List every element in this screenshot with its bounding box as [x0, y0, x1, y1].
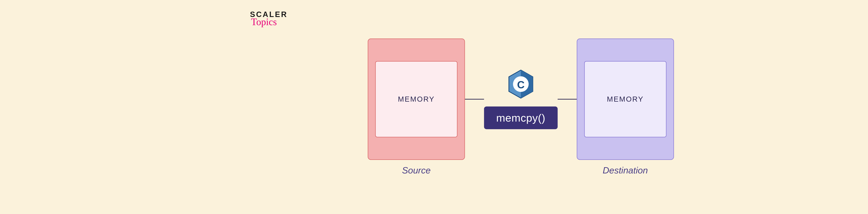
destination-memory-label: MEMORY	[607, 95, 644, 103]
logo-line2: Topics	[251, 16, 277, 27]
function-label: memcpy()	[496, 112, 546, 124]
c-language-icon: C	[508, 69, 534, 100]
destination-block-wrap: MEMORY Destination	[577, 38, 674, 176]
connector-left	[465, 99, 484, 100]
destination-memory-box: MEMORY	[584, 61, 666, 137]
scaler-topics-logo: SCALER Topics	[250, 10, 288, 27]
destination-block: MEMORY	[577, 38, 674, 160]
c-letter: C	[517, 79, 524, 91]
source-block: MEMORY	[368, 38, 465, 160]
memcpy-diagram: MEMORY Source C memcpy()	[368, 38, 674, 176]
connector-right	[558, 99, 577, 100]
source-memory-label: MEMORY	[398, 95, 435, 103]
source-block-wrap: MEMORY Source	[368, 38, 465, 176]
destination-caption: Destination	[603, 165, 648, 176]
source-caption: Source	[402, 165, 431, 176]
source-memory-box: MEMORY	[375, 61, 458, 137]
center-column: C memcpy()	[484, 69, 558, 129]
diagram-canvas: SCALER Topics MEMORY Source C	[0, 0, 868, 214]
function-box: memcpy()	[484, 106, 558, 129]
